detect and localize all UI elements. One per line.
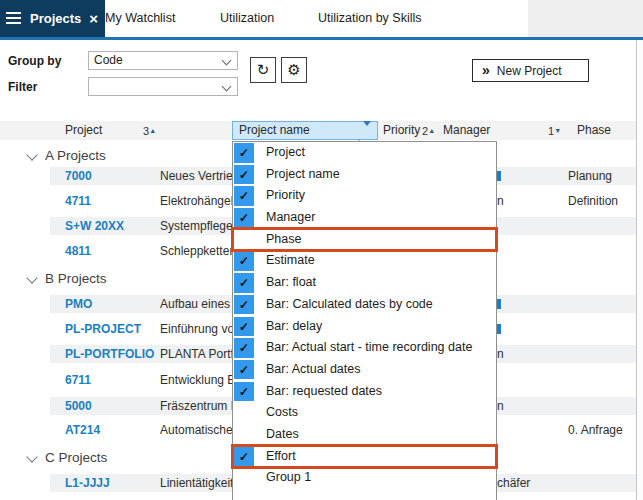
chevron-down-icon[interactable] [26,272,37,283]
manager-cell-fragment: n [497,345,504,363]
project-code-link[interactable]: L1-JJJJ [65,474,110,492]
checkbox-checked-icon[interactable]: ✓ [234,165,254,185]
menu-item-label: Group 1 [266,467,311,489]
chevron-down-icon[interactable] [26,451,37,462]
menu-item[interactable]: ✓Manager [233,207,496,229]
menu-item[interactable]: ✓Bar: Actual start - time recording date [233,337,496,359]
menu-item-label: Bar: float [266,272,316,294]
checkbox-checked-icon[interactable]: ✓ [234,273,254,293]
menu-item[interactable]: Phase [233,229,496,251]
checkbox-checked-icon[interactable]: ✓ [234,382,254,402]
checkbox-checked-icon[interactable]: ✓ [234,208,254,228]
checkbox-checked-icon[interactable]: ✓ [234,251,254,271]
project-code-link[interactable]: S+W 20XX [65,217,124,235]
manager-link-fragment [497,171,501,181]
menu-item-label: Project name [266,164,340,186]
menu-item[interactable]: ✓Bar: Actual dates [233,359,496,381]
project-name-cell: Einführung von [160,320,232,338]
group-row-label[interactable]: B Projects [45,270,107,288]
group-row-label[interactable]: A Projects [45,147,106,165]
menu-item[interactable]: ✓Priority [233,185,496,207]
menu-item[interactable]: ✓Bar: Calculated dates by code [233,294,496,316]
phase-cell: 0. Anfrage [568,421,623,439]
menu-item-label: Bar: Calculated dates by code [266,294,433,316]
menu-item[interactable]: Group 1 [233,467,496,489]
menu-item-label: Bar: delay [266,316,322,338]
project-name-cell: Aufbau eines P [160,295,232,313]
chevron-down-icon[interactable] [26,149,37,160]
project-code-link[interactable]: 7000 [65,167,92,185]
menu-item[interactable]: ✓Project [233,142,496,164]
menu-item-label: Bar: Actual dates [266,359,361,381]
menu-item[interactable]: ✓Estimate [233,250,496,272]
project-code-link[interactable]: PL-PROJECT [65,320,141,338]
phase-cell: Definition [568,192,618,210]
group-row-label[interactable]: C Projects [45,449,107,467]
project-name-cell: Neues Vertrieb [160,167,232,185]
checkbox-checked-icon[interactable]: ✓ [234,338,254,358]
project-name-cell: Elektrohängeba [160,192,232,210]
menu-item-label: Estimate [266,250,315,272]
phase-cell: Planung [568,167,612,185]
project-code-link[interactable]: PL-PORTFOLIO [65,345,154,363]
column-chooser-menu: ✓Project✓Project name✓Priority✓ManagerPh… [232,141,497,500]
project-code-link[interactable]: 4711 [65,192,91,210]
menu-item[interactable]: ✓Bar: delay [233,316,496,338]
manager-link-fragment [497,299,501,309]
menu-item-label: Dates [266,424,299,446]
project-name-cell: Automatisches [160,421,232,439]
menu-item[interactable]: ✓Project name [233,164,496,186]
project-name-cell: Schleppketten [160,242,232,260]
manager-cell-fragment: chäfer [497,474,530,492]
menu-item-label: Priority [266,185,305,207]
project-name-cell: Fräszentrum F [160,397,232,415]
checkbox-checked-icon[interactable]: ✓ [234,360,254,380]
project-code-link[interactable]: PMO [65,295,92,313]
project-code-link[interactable]: AT214 [65,421,100,439]
manager-cell-fragment: n [497,397,504,415]
project-name-cell: PLANTA Portfo [160,345,232,363]
project-code-link[interactable]: 4811 [65,242,91,260]
menu-item[interactable]: ✓Effort [233,446,496,468]
menu-item[interactable]: ✓Bar: float [233,272,496,294]
checkbox-checked-icon[interactable]: ✓ [234,447,254,467]
menu-item-label: Manager [266,207,315,229]
project-code-link[interactable]: 6711 [65,371,91,389]
project-code-link[interactable]: 5000 [65,397,92,415]
checkbox-checked-icon[interactable]: ✓ [234,143,254,163]
menu-item[interactable]: Dates [233,424,496,446]
project-name-cell: Linientätigkeit [160,474,232,492]
menu-item-label: Bar: Actual start - time recording date [266,337,472,359]
menu-item-label: Phase [266,229,301,251]
manager-cell-fragment: n [497,192,504,210]
project-name-cell: Systempflege [160,217,232,235]
menu-item-label: Bar: requested dates [266,381,382,403]
menu-item-label: Effort [266,446,296,468]
checkbox-checked-icon[interactable]: ✓ [234,295,254,315]
vertical-scrollbar[interactable] [636,40,643,500]
app-window: Projects × My Watchlist Utilization Util… [0,0,643,500]
menu-item[interactable]: ✓Bar: requested dates [233,381,496,403]
project-name-cell: Entwicklung Be [160,371,232,389]
menu-item-label: Costs [266,402,298,424]
menu-item-label: Project [266,142,305,164]
checkbox-checked-icon[interactable]: ✓ [234,317,254,337]
manager-link-fragment [497,324,501,334]
menu-item[interactable]: Costs [233,402,496,424]
checkbox-checked-icon[interactable]: ✓ [234,186,254,206]
